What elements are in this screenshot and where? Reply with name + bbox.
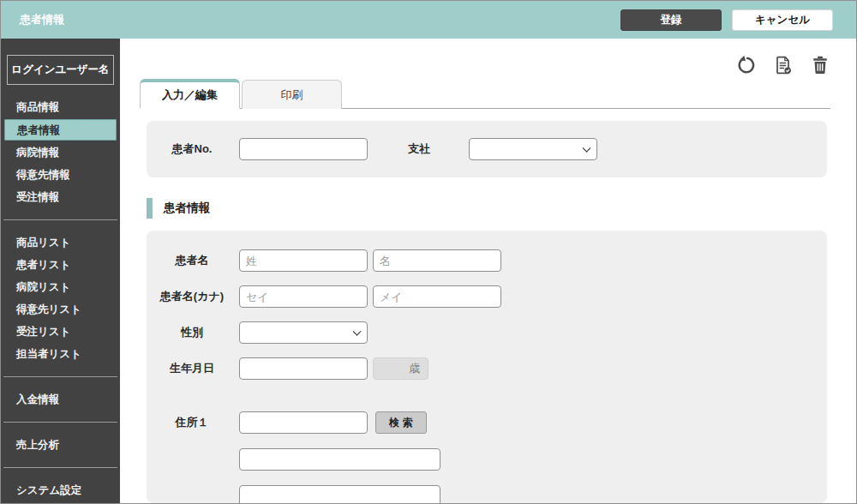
record-toolbar — [140, 54, 830, 76]
gender-row: 性別 — [147, 321, 827, 344]
gender-select[interactable] — [239, 321, 368, 344]
section-title: 患者情報 — [164, 201, 210, 216]
patient-form-panel: 患者名 患者名(カナ) 性別 生年月日 — [147, 231, 827, 503]
app-window: 患者情報 登録 キャンセル ログインユーザー名 商品情報 患者情報 病院情報 得… — [0, 0, 857, 504]
sidebar-divider — [3, 467, 117, 468]
address3-input[interactable] — [239, 485, 440, 503]
cancel-button[interactable]: キャンセル — [732, 9, 833, 31]
patient-no-input[interactable] — [239, 138, 368, 160]
last-name-input[interactable] — [239, 249, 368, 272]
kana-first-name-input[interactable] — [373, 285, 501, 308]
branch-select[interactable] — [469, 138, 597, 160]
sidebar-item-customer-info[interactable]: 得意先情報 — [1, 164, 120, 186]
branch-label: 支社 — [385, 141, 453, 157]
sidebar-divider — [3, 422, 117, 423]
sidebar-divider — [3, 376, 117, 377]
birthdate-row: 生年月日 歳 — [147, 357, 827, 380]
section-accent-bar — [147, 198, 153, 219]
top-header-bar: 患者情報 登録 キャンセル — [1, 1, 856, 39]
sidebar-item-staff-list[interactable]: 担当者リスト — [1, 343, 120, 365]
address-search-button[interactable]: 検索 — [375, 411, 427, 434]
sidebar-item-sales-analysis[interactable]: 売上分析 — [1, 434, 120, 456]
patient-kana-row: 患者名(カナ) — [147, 285, 827, 308]
sidebar-item-patient-list[interactable]: 患者リスト — [1, 254, 120, 276]
tab-bar: 入力／編集 印刷 — [140, 79, 830, 109]
gender-label: 性別 — [153, 325, 231, 340]
sidebar-menu: 商品情報 患者情報 病院情報 得意先情報 受注情報 商品リスト 患者リスト 病院… — [1, 96, 120, 501]
address2-row — [147, 448, 827, 471]
address1-row: 住所１ 検索 — [147, 411, 827, 434]
address1-label: 住所１ — [153, 415, 231, 430]
tab-input-edit[interactable]: 入力／編集 — [140, 79, 240, 109]
age-unit-label: 歳 — [409, 361, 420, 376]
patient-name-label: 患者名 — [153, 253, 231, 268]
content-area: ログインユーザー名 商品情報 患者情報 病院情報 得意先情報 受注情報 商品リス… — [1, 39, 856, 503]
document-check-icon[interactable] — [773, 55, 794, 75]
patient-lookup-panel: 患者No. 支社 — [147, 121, 827, 177]
sidebar-nav: ログインユーザー名 商品情報 患者情報 病院情報 得意先情報 受注情報 商品リス… — [1, 39, 120, 503]
address1-input[interactable] — [239, 411, 368, 434]
sidebar-item-hospital-list[interactable]: 病院リスト — [1, 276, 120, 298]
patient-name-row: 患者名 — [147, 249, 827, 272]
sidebar-item-order-info[interactable]: 受注情報 — [1, 186, 120, 208]
branch-select-wrap — [469, 138, 597, 160]
trash-icon[interactable] — [810, 55, 830, 75]
sidebar-item-patient-info[interactable]: 患者情報 — [4, 119, 117, 141]
page-title: 患者情報 — [20, 12, 64, 27]
birthdate-label: 生年月日 — [153, 361, 231, 376]
sidebar-item-order-list[interactable]: 受注リスト — [1, 321, 120, 343]
sidebar-item-payment-info[interactable]: 入金情報 — [1, 388, 120, 411]
patient-no-label: 患者No. — [153, 141, 231, 157]
register-button[interactable]: 登録 — [620, 9, 722, 31]
kana-last-name-input[interactable] — [239, 285, 368, 308]
main-panel: 入力／編集 印刷 患者No. 支社 患者情報 患 — [120, 39, 856, 503]
age-display-box: 歳 — [373, 357, 428, 380]
gender-select-wrap — [239, 321, 368, 344]
sidebar-divider — [3, 219, 117, 220]
birthdate-input[interactable] — [239, 357, 368, 380]
header-actions: 登録 キャンセル — [620, 9, 833, 31]
login-user-name: ログインユーザー名 — [7, 55, 114, 85]
sidebar-item-product-info[interactable]: 商品情報 — [1, 96, 120, 118]
sidebar-item-product-list[interactable]: 商品リスト — [1, 231, 120, 254]
patient-kana-label: 患者名(カナ) — [153, 289, 231, 304]
sidebar-item-system-settings[interactable]: システム設定 — [1, 479, 120, 501]
tab-print[interactable]: 印刷 — [242, 80, 342, 109]
sidebar-item-customer-list[interactable]: 得意先リスト — [1, 298, 120, 321]
refresh-icon[interactable] — [736, 55, 757, 75]
address3-row — [147, 485, 827, 503]
first-name-input[interactable] — [373, 249, 501, 272]
sidebar-item-hospital-info[interactable]: 病院情報 — [1, 141, 120, 164]
address2-input[interactable] — [239, 448, 440, 471]
patient-info-section-header: 患者情報 — [147, 198, 830, 219]
